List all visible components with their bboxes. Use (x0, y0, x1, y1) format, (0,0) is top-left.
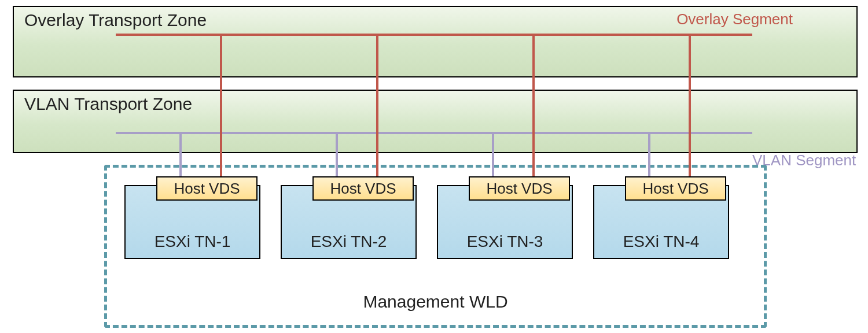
esxi-host-4-label: ESXi TN-4 (594, 232, 728, 251)
overlay-segment-label: Overlay Segment (676, 10, 793, 28)
vlan-drop-4 (648, 132, 650, 176)
esxi-host-2-label: ESXi TN-2 (282, 232, 415, 251)
vlan-transport-zone: VLAN Transport Zone (13, 90, 858, 153)
overlay-segment-hline (116, 34, 752, 36)
vlan-drop-1 (179, 132, 182, 176)
overlay-drop-3 (532, 34, 535, 176)
host-vds-4: Host VDS (625, 176, 726, 201)
overlay-drop-2 (376, 34, 378, 176)
esxi-host-3-label: ESXi TN-3 (438, 232, 572, 251)
vlan-zone-title: VLAN Transport Zone (24, 94, 192, 114)
esxi-host-1-label: ESXi TN-1 (126, 232, 259, 251)
host-vds-1: Host VDS (156, 176, 258, 201)
host-vds-2: Host VDS (312, 176, 414, 201)
overlay-drop-4 (689, 34, 691, 176)
overlay-transport-zone: Overlay Transport Zone Overlay Segment (13, 6, 858, 77)
overlay-drop-1 (220, 34, 222, 176)
overlay-zone-title: Overlay Transport Zone (24, 10, 207, 30)
host-vds-3: Host VDS (469, 176, 570, 201)
vlan-drop-3 (492, 132, 494, 176)
vlan-drop-2 (336, 132, 338, 176)
vlan-segment-hline (116, 132, 752, 134)
management-wld-label: Management WLD (104, 292, 767, 312)
vlan-segment-label: VLAN Segment (752, 151, 856, 169)
